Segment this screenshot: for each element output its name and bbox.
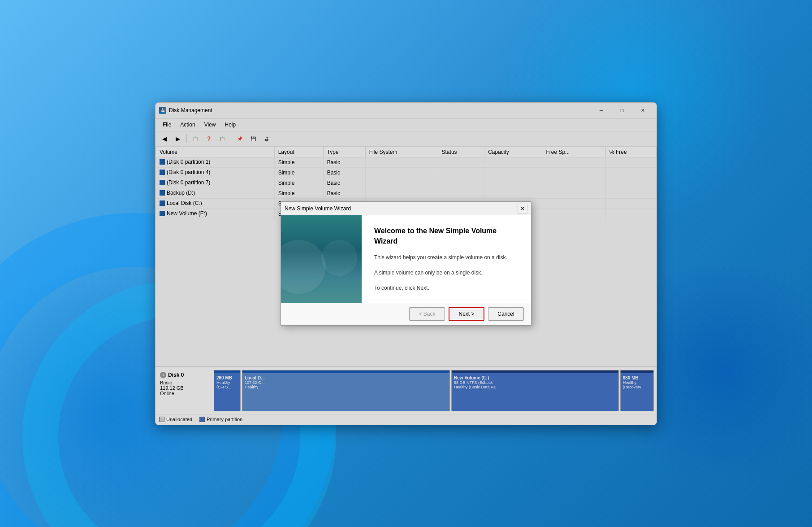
cancel-button[interactable]: Cancel [488,307,524,321]
new-volume-wizard-dialog: New Simple Volume Wizard ✕ Welcome to th… [281,201,531,326]
dialog-close-button[interactable]: ✕ [518,204,527,213]
dialog-title-bar: New Simple Volume Wizard ✕ [281,202,531,215]
dialog-overlay: New Simple Volume Wizard ✕ Welcome to th… [155,103,657,425]
dialog-footer: < Back Next > Cancel [281,303,531,325]
dialog-heading: Welcome to the New Simple Volume Wizard [374,226,518,246]
sidebar-blob-1 [281,240,326,294]
dialog-content: Welcome to the New Simple Volume Wizard … [362,215,531,303]
sidebar-blob-2 [321,240,357,276]
dialog-title: New Simple Volume Wizard [285,205,518,212]
dialog-body: Welcome to the New Simple Volume Wizard … [281,215,531,303]
dialog-sidebar [281,215,362,303]
dialog-text-2: A simple volume can only be on a single … [374,269,518,277]
disk-management-window: 💾 Disk Management ─ □ ✕ File Action View… [155,102,657,425]
back-button[interactable]: < Back [409,307,445,321]
dialog-text-1: This wizard helps you create a simple vo… [374,253,518,261]
next-button[interactable]: Next > [449,307,484,321]
dialog-text-3: To continue, click Next. [374,284,518,292]
